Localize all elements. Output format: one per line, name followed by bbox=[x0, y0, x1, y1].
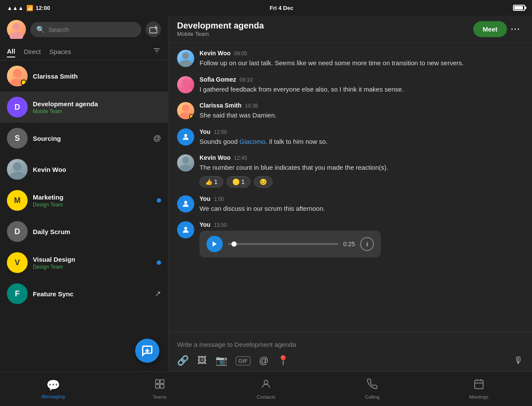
conv-name-feature-sync: Feature Sync bbox=[33, 290, 149, 298]
svg-point-17 bbox=[182, 105, 189, 111]
conv-item-sourcing[interactable]: S Sourcing @ bbox=[0, 123, 168, 154]
conv-item-daily-scrum[interactable]: D Daily Scrum bbox=[0, 216, 168, 247]
msg-sender-kevin-1245: Kevin Woo bbox=[200, 154, 231, 161]
msg-text-clarissa: She said that was Damien. bbox=[200, 111, 523, 121]
chat-panel: Development agenda Mobile Team Meet ⋯ bbox=[168, 16, 532, 371]
status-time: 12:00 bbox=[36, 5, 50, 11]
msg-sender-you-1200: You bbox=[200, 128, 210, 135]
conv-avatar-visual-design: V bbox=[7, 252, 28, 273]
filter-icon[interactable] bbox=[152, 47, 161, 57]
search-placeholder: Search bbox=[48, 26, 69, 33]
msg-time-you-1350: 13:50 bbox=[214, 222, 227, 228]
svg-point-7 bbox=[13, 69, 22, 78]
more-options-button[interactable]: ⋯ bbox=[507, 23, 523, 35]
filter-tabs: All Direct Spaces bbox=[0, 43, 168, 60]
nav-item-meetings[interactable]: Meetings bbox=[426, 378, 532, 400]
cast-button[interactable] bbox=[146, 22, 161, 37]
chat-header: Development agenda Mobile Team Meet ⋯ bbox=[168, 16, 532, 43]
conv-avatar-daily-scrum: D bbox=[7, 221, 28, 242]
wifi-icon: 📶 bbox=[26, 5, 33, 11]
conv-item-marketing[interactable]: M Marketing Design Team bbox=[0, 185, 168, 216]
message-kevin-1245: Kevin Woo 12:45 The number count in blue… bbox=[177, 154, 523, 187]
msg-body-clarissa-1038: Clarissa Smith 10:38 She said that was D… bbox=[200, 102, 523, 121]
new-message-fab[interactable] bbox=[135, 339, 159, 363]
msg-meta-you-100: You 1:00 bbox=[200, 195, 523, 202]
nav-item-messaging[interactable]: 💬 Messaging bbox=[0, 379, 106, 399]
status-bar-date: Fri 4 Dec bbox=[269, 5, 293, 11]
microphone-button[interactable]: 🎙 bbox=[514, 355, 523, 366]
status-bar: ▲▲▲ 📶 12:00 Fri 4 Dec bbox=[0, 0, 532, 16]
nav-item-teams[interactable]: Teams bbox=[106, 378, 212, 400]
signal-icon: ▲▲▲ bbox=[7, 5, 24, 11]
conv-name-kevin: Kevin Woo bbox=[33, 166, 161, 173]
input-placeholder[interactable]: Write a message to Development agenda bbox=[177, 337, 523, 352]
tab-all[interactable]: All bbox=[7, 46, 15, 57]
chat-input-area: Write a message to Development agenda 🔗 … bbox=[168, 332, 532, 371]
svg-point-14 bbox=[179, 60, 192, 67]
audio-duration: 0:25 bbox=[343, 241, 355, 247]
conv-avatar-dev-agenda: D bbox=[7, 97, 28, 117]
svg-point-19 bbox=[184, 134, 187, 137]
conv-item-dev-agenda[interactable]: D Development agenda Mobile Team bbox=[0, 92, 168, 123]
meetings-icon bbox=[473, 378, 484, 393]
svg-rect-28 bbox=[160, 384, 164, 388]
msg-avatar-kevin bbox=[177, 50, 194, 67]
conv-item-feature-sync[interactable]: F Feature Sync ↗ bbox=[0, 278, 168, 309]
audio-progress-bar[interactable] bbox=[228, 243, 338, 245]
svg-point-10 bbox=[10, 172, 25, 180]
location-icon[interactable]: 📍 bbox=[277, 355, 289, 366]
msg-sender-you-100: You bbox=[200, 195, 210, 202]
msg-meta-sofia: Sofia Gomez 09:10 bbox=[200, 76, 523, 83]
reaction-count-yellow: 1 bbox=[241, 178, 245, 185]
svg-point-15 bbox=[182, 79, 189, 86]
reaction-yellow[interactable]: 🟡 1 bbox=[227, 176, 250, 187]
messaging-icon: 💬 bbox=[46, 379, 60, 392]
conv-item-clarissa[interactable]: Clarissa Smith bbox=[0, 60, 168, 92]
conv-avatar-clarissa bbox=[7, 66, 28, 86]
sidebar-header: 🔍 Search bbox=[0, 16, 168, 43]
mention-icon[interactable]: @ bbox=[259, 355, 269, 366]
nav-item-contacts[interactable]: Contacts bbox=[213, 378, 319, 400]
image-icon[interactable]: 🖼 bbox=[197, 355, 207, 366]
search-bar[interactable]: 🔍 Search bbox=[30, 22, 141, 37]
msg-avatar-kevin-1245 bbox=[177, 154, 194, 171]
svg-point-13 bbox=[182, 52, 189, 59]
msg-time-you-1200: 12:00 bbox=[214, 129, 227, 135]
svg-point-1 bbox=[10, 32, 23, 39]
gif-icon[interactable]: GIF bbox=[236, 356, 250, 365]
svg-point-16 bbox=[179, 86, 192, 93]
conversation-list: Clarissa Smith D Development agenda Mobi… bbox=[0, 60, 168, 371]
msg-meta-you-1200: You 12:00 bbox=[200, 128, 523, 135]
meet-button[interactable]: Meet bbox=[473, 21, 507, 37]
nav-item-calling[interactable]: Calling bbox=[319, 378, 425, 400]
audio-progress-dot bbox=[231, 241, 237, 247]
tab-spaces[interactable]: Spaces bbox=[49, 46, 71, 57]
msg-body-kevin-0905: Kevin Woo 09:05 Follow up on our last ta… bbox=[200, 50, 523, 68]
message-you-1350: You 13:50 0:25 ℹ bbox=[177, 221, 523, 257]
tab-direct[interactable]: Direct bbox=[24, 46, 41, 57]
conv-item-visual-design[interactable]: V Visual Design Design Team bbox=[0, 247, 168, 278]
msg-text-kevin-1245: The number count in blue indicates that … bbox=[200, 163, 523, 173]
msg-meta-kevin-1245: Kevin Woo 12:45 bbox=[200, 154, 523, 161]
svg-rect-27 bbox=[155, 384, 159, 388]
status-bar-left: ▲▲▲ 📶 12:00 bbox=[7, 5, 50, 11]
user-avatar[interactable] bbox=[7, 20, 26, 39]
messaging-label: Messaging bbox=[42, 394, 65, 399]
battery-icon bbox=[513, 5, 525, 11]
camera-icon[interactable]: 📷 bbox=[215, 355, 227, 366]
audio-info-button[interactable]: ℹ bbox=[360, 237, 374, 251]
reaction-thumbsup[interactable]: 👍 1 bbox=[200, 176, 223, 187]
conv-avatar-marketing: M bbox=[7, 190, 28, 211]
reaction-smile[interactable]: 😊 bbox=[254, 176, 272, 187]
msg-avatar-you-1200 bbox=[177, 128, 194, 146]
play-button[interactable] bbox=[206, 236, 223, 252]
conv-content-feature-sync: Feature Sync bbox=[33, 290, 149, 298]
teams-icon bbox=[154, 378, 165, 393]
conv-content-marketing: Marketing Design Team bbox=[33, 193, 152, 208]
svg-rect-30 bbox=[475, 380, 483, 389]
msg-time-you-100: 1:00 bbox=[214, 196, 224, 202]
msg-time-sofia: 09:10 bbox=[240, 77, 253, 83]
conv-item-kevin[interactable]: Kevin Woo bbox=[0, 154, 168, 185]
attachment-icon[interactable]: 🔗 bbox=[177, 355, 189, 366]
svg-point-9 bbox=[13, 162, 22, 171]
